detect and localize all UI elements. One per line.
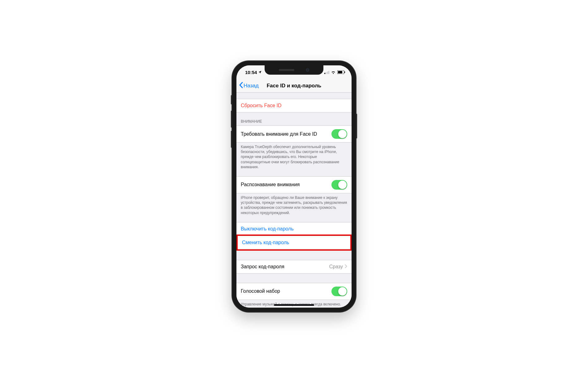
turn-off-passcode-cell[interactable]: Выключить код-пароль: [236, 222, 352, 236]
attention-section-header: ВНИМАНИЕ: [236, 112, 352, 125]
notch: [265, 65, 323, 75]
change-passcode-label: Сменить код-пароль: [242, 240, 346, 245]
attention-aware-cell[interactable]: Распознавание внимания: [236, 176, 352, 193]
screen: 10:54: [236, 65, 352, 308]
require-passcode-cell[interactable]: Запрос код-пароля Сразу: [236, 260, 352, 274]
require-attention-switch[interactable]: [331, 129, 347, 139]
require-attention-label: Требовать внимание для Face ID: [241, 131, 331, 137]
cellular-signal-icon: [324, 71, 330, 74]
require-attention-footer: Камера TrueDepth обеспечит дополнительны…: [236, 143, 352, 172]
battery-icon: [337, 70, 345, 74]
chevron-right-icon: [345, 264, 347, 270]
home-indicator[interactable]: [274, 304, 314, 306]
require-passcode-value: Сразу: [329, 264, 343, 270]
require-passcode-label: Запрос код-пароля: [241, 264, 329, 270]
power-button: [356, 114, 357, 138]
attention-aware-footer: iPhone проверит, обращено ли Ваше вниман…: [236, 193, 352, 218]
volume-up-button: [231, 111, 232, 128]
phone-frame: 10:54: [232, 61, 356, 312]
change-passcode-cell[interactable]: Сменить код-пароль: [238, 236, 350, 249]
reset-face-id-cell[interactable]: Сбросить Face ID: [236, 99, 352, 112]
chevron-left-icon: [239, 82, 243, 90]
voice-dial-label: Голосовой набор: [241, 288, 331, 294]
svg-rect-1: [338, 71, 342, 73]
speaker-grille: [279, 69, 294, 71]
attention-aware-switch[interactable]: [331, 180, 347, 190]
svg-rect-2: [344, 72, 345, 73]
back-button[interactable]: Назад: [239, 82, 259, 90]
highlight-change-passcode: Сменить код-пароль: [236, 235, 352, 251]
nav-bar: Назад Face ID и код-пароль: [236, 79, 352, 93]
voice-dial-cell[interactable]: Голосовой набор: [236, 283, 352, 300]
location-icon: [258, 70, 262, 74]
mute-switch: [231, 95, 232, 104]
volume-down-button: [231, 131, 232, 148]
attention-aware-label: Распознавание внимания: [241, 182, 331, 187]
voice-dial-switch[interactable]: [331, 287, 347, 296]
turn-off-passcode-label: Выключить код-пароль: [241, 226, 347, 232]
status-time: 10:54: [245, 70, 257, 75]
back-label: Назад: [244, 83, 259, 89]
front-camera: [306, 68, 309, 72]
reset-face-id-label: Сбросить Face ID: [241, 103, 347, 108]
require-attention-cell[interactable]: Требовать внимание для Face ID: [236, 125, 352, 143]
wifi-icon: [331, 70, 336, 74]
settings-content[interactable]: Сбросить Face ID ВНИМАНИЕ Требовать вним…: [236, 93, 352, 308]
